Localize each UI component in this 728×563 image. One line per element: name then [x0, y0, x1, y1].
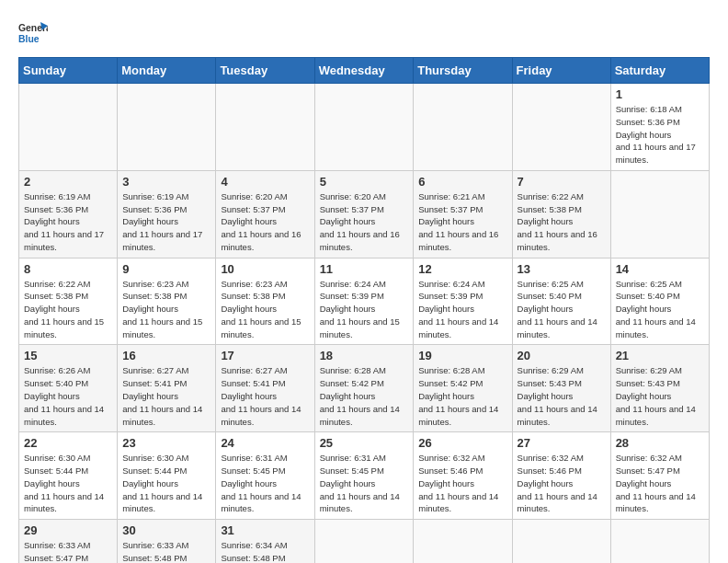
calendar-table: SundayMondayTuesdayWednesdayThursdayFrid…: [18, 57, 710, 563]
day-header-sunday: Sunday: [19, 58, 118, 84]
day-info: Sunrise: 6:30 AM Sunset: 5:44 PM Dayligh…: [122, 452, 210, 515]
calendar-cell: 9 Sunrise: 6:23 AM Sunset: 5:38 PM Dayli…: [118, 258, 216, 345]
calendar-cell: 16 Sunrise: 6:27 AM Sunset: 5:41 PM Dayl…: [118, 345, 216, 432]
calendar-cell: 6 Sunrise: 6:21 AM Sunset: 5:37 PM Dayli…: [414, 170, 512, 258]
calendar-cell: 12 Sunrise: 6:24 AM Sunset: 5:39 PM Dayl…: [414, 258, 512, 345]
day-number: 27: [518, 436, 606, 450]
day-info: Sunrise: 6:33 AM Sunset: 5:47 PM Dayligh…: [24, 539, 112, 563]
calendar-cell: 31 Sunrise: 6:34 AM Sunset: 5:48 PM Dayl…: [216, 520, 314, 563]
calendar-cell: [314, 84, 414, 171]
calendar-week-5: 22 Sunrise: 6:30 AM Sunset: 5:44 PM Dayl…: [19, 432, 710, 520]
calendar-cell: 14 Sunrise: 6:25 AM Sunset: 5:40 PM Dayl…: [610, 258, 709, 345]
day-info: Sunrise: 6:31 AM Sunset: 5:45 PM Dayligh…: [221, 452, 309, 515]
day-number: 21: [616, 349, 704, 362]
calendar-week-3: 8 Sunrise: 6:22 AM Sunset: 5:38 PM Dayli…: [19, 258, 710, 345]
day-info: Sunrise: 6:27 AM Sunset: 5:41 PM Dayligh…: [221, 364, 309, 428]
day-number: 19: [418, 349, 506, 362]
calendar-week-1: 1 Sunrise: 6:18 AM Sunset: 5:36 PM Dayli…: [19, 84, 710, 171]
calendar-cell: 4 Sunrise: 6:20 AM Sunset: 5:37 PM Dayli…: [216, 170, 314, 258]
calendar-cell: 8 Sunrise: 6:22 AM Sunset: 5:38 PM Dayli…: [19, 258, 118, 345]
day-number: 7: [518, 175, 606, 189]
calendar-cell: 25 Sunrise: 6:31 AM Sunset: 5:45 PM Dayl…: [314, 432, 414, 520]
calendar-cell: 26 Sunrise: 6:32 AM Sunset: 5:46 PM Dayl…: [414, 432, 512, 520]
day-number: 9: [122, 262, 210, 276]
calendar-cell: [512, 84, 610, 171]
calendar-cell: [610, 170, 709, 258]
calendar-cell: 20 Sunrise: 6:29 AM Sunset: 5:43 PM Dayl…: [512, 345, 610, 432]
calendar-week-6: 29 Sunrise: 6:33 AM Sunset: 5:47 PM Dayl…: [19, 520, 710, 563]
day-info: Sunrise: 6:32 AM Sunset: 5:46 PM Dayligh…: [418, 452, 506, 515]
day-info: Sunrise: 6:25 AM Sunset: 5:40 PM Dayligh…: [616, 278, 704, 341]
day-number: 30: [122, 523, 210, 537]
day-number: 16: [122, 349, 210, 362]
day-number: 28: [616, 436, 704, 450]
day-number: 3: [122, 175, 210, 189]
calendar-cell: 11 Sunrise: 6:24 AM Sunset: 5:39 PM Dayl…: [314, 258, 414, 345]
day-info: Sunrise: 6:27 AM Sunset: 5:41 PM Dayligh…: [122, 364, 210, 428]
calendar-cell: 29 Sunrise: 6:33 AM Sunset: 5:47 PM Dayl…: [19, 520, 118, 563]
day-header-saturday: Saturday: [610, 58, 709, 84]
day-info: Sunrise: 6:24 AM Sunset: 5:39 PM Dayligh…: [418, 278, 506, 341]
calendar-cell: [314, 520, 414, 563]
day-info: Sunrise: 6:30 AM Sunset: 5:44 PM Dayligh…: [24, 452, 112, 515]
calendar-cell: 5 Sunrise: 6:20 AM Sunset: 5:37 PM Dayli…: [314, 170, 414, 258]
day-info: Sunrise: 6:22 AM Sunset: 5:38 PM Dayligh…: [24, 278, 112, 341]
calendar-cell: [610, 520, 709, 563]
day-number: 10: [221, 262, 309, 276]
calendar-cell: [414, 84, 512, 171]
day-number: 2: [24, 175, 112, 189]
calendar-cell: 28 Sunrise: 6:32 AM Sunset: 5:47 PM Dayl…: [610, 432, 709, 520]
day-number: 31: [221, 523, 309, 537]
calendar-cell: 27 Sunrise: 6:32 AM Sunset: 5:46 PM Dayl…: [512, 432, 610, 520]
day-number: 8: [24, 262, 112, 276]
day-number: 26: [418, 436, 506, 450]
day-number: 1: [616, 87, 704, 101]
day-number: 17: [221, 349, 309, 362]
day-header-thursday: Thursday: [414, 58, 512, 84]
day-number: 14: [616, 262, 704, 276]
day-info: Sunrise: 6:28 AM Sunset: 5:42 PM Dayligh…: [418, 364, 506, 428]
day-number: 13: [518, 262, 606, 276]
day-info: Sunrise: 6:29 AM Sunset: 5:43 PM Dayligh…: [616, 364, 704, 428]
day-header-monday: Monday: [118, 58, 216, 84]
calendar-cell: 10 Sunrise: 6:23 AM Sunset: 5:38 PM Dayl…: [216, 258, 314, 345]
day-number: 11: [320, 262, 409, 276]
day-number: 5: [320, 175, 409, 189]
logo-icon: General Blue: [18, 18, 48, 48]
day-info: Sunrise: 6:28 AM Sunset: 5:42 PM Dayligh…: [320, 364, 409, 428]
day-number: 25: [320, 436, 409, 450]
day-info: Sunrise: 6:20 AM Sunset: 5:37 PM Dayligh…: [320, 190, 409, 254]
day-header-tuesday: Tuesday: [216, 58, 314, 84]
calendar-cell: [118, 84, 216, 171]
day-info: Sunrise: 6:34 AM Sunset: 5:48 PM Dayligh…: [221, 539, 309, 563]
calendar-cell: 17 Sunrise: 6:27 AM Sunset: 5:41 PM Dayl…: [216, 345, 314, 432]
calendar-cell: 30 Sunrise: 6:33 AM Sunset: 5:48 PM Dayl…: [118, 520, 216, 563]
day-info: Sunrise: 6:18 AM Sunset: 5:36 PM Dayligh…: [616, 103, 704, 167]
calendar-cell: 1 Sunrise: 6:18 AM Sunset: 5:36 PM Dayli…: [610, 84, 709, 171]
day-info: Sunrise: 6:20 AM Sunset: 5:37 PM Dayligh…: [221, 190, 309, 254]
calendar-cell: [216, 84, 314, 171]
calendar-cell: [512, 520, 610, 563]
day-number: 24: [221, 436, 309, 450]
day-number: 23: [122, 436, 210, 450]
calendar-cell: 19 Sunrise: 6:28 AM Sunset: 5:42 PM Dayl…: [414, 345, 512, 432]
calendar-cell: [19, 84, 118, 171]
day-header-wednesday: Wednesday: [314, 58, 414, 84]
day-number: 4: [221, 175, 309, 189]
day-number: 15: [24, 349, 112, 362]
day-info: Sunrise: 6:23 AM Sunset: 5:38 PM Dayligh…: [122, 278, 210, 341]
day-number: 29: [24, 523, 112, 537]
calendar-cell: 21 Sunrise: 6:29 AM Sunset: 5:43 PM Dayl…: [610, 345, 709, 432]
day-info: Sunrise: 6:31 AM Sunset: 5:45 PM Dayligh…: [320, 452, 409, 515]
day-info: Sunrise: 6:32 AM Sunset: 5:47 PM Dayligh…: [616, 452, 704, 515]
logo: General Blue: [18, 18, 53, 48]
day-info: Sunrise: 6:25 AM Sunset: 5:40 PM Dayligh…: [518, 278, 606, 341]
day-number: 20: [518, 349, 606, 362]
calendar-week-4: 15 Sunrise: 6:26 AM Sunset: 5:40 PM Dayl…: [19, 345, 710, 432]
day-number: 12: [418, 262, 506, 276]
calendar-cell: 24 Sunrise: 6:31 AM Sunset: 5:45 PM Dayl…: [216, 432, 314, 520]
day-info: Sunrise: 6:22 AM Sunset: 5:38 PM Dayligh…: [518, 190, 606, 254]
day-info: Sunrise: 6:21 AM Sunset: 5:37 PM Dayligh…: [418, 190, 506, 254]
day-info: Sunrise: 6:19 AM Sunset: 5:36 PM Dayligh…: [24, 190, 112, 254]
day-info: Sunrise: 6:26 AM Sunset: 5:40 PM Dayligh…: [24, 364, 112, 428]
